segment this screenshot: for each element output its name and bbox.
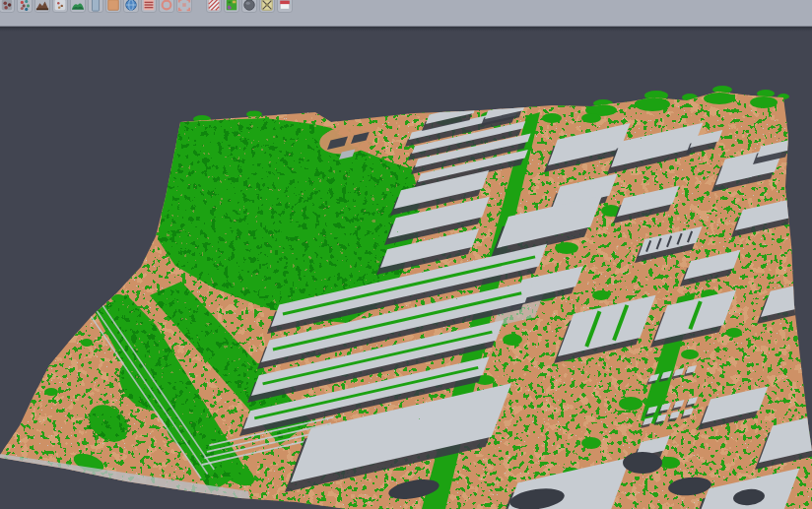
vegetation-model-button[interactable] <box>70 0 86 13</box>
viewport-top-shade <box>0 27 812 32</box>
point-cloud-icon <box>0 0 14 12</box>
texture-grid-button[interactable] <box>259 0 275 13</box>
application-window <box>0 0 812 509</box>
crop-region-icon <box>177 0 191 12</box>
hatch-delete-button[interactable] <box>206 0 222 13</box>
classification-map-button[interactable] <box>224 0 239 13</box>
sphere-view-button[interactable] <box>241 0 257 13</box>
ring-select-button[interactable] <box>159 0 174 13</box>
point-cloud-button[interactable] <box>0 0 15 13</box>
striped-layers-button[interactable] <box>141 0 157 13</box>
snapshot-tag-button[interactable] <box>277 0 293 13</box>
viewport-3d[interactable] <box>0 27 812 509</box>
snapshot-tag-icon <box>278 0 292 12</box>
classified-points-icon <box>18 0 32 12</box>
hatch-delete-icon <box>207 0 221 12</box>
main-toolbar <box>0 0 812 27</box>
vegetation-model-icon <box>71 0 85 12</box>
globe-button[interactable] <box>123 0 139 13</box>
terrain-model-icon <box>35 0 49 12</box>
texture-grid-icon <box>260 0 274 12</box>
scene-render <box>0 27 812 509</box>
ring-select-icon <box>160 0 173 12</box>
classified-points-button[interactable] <box>17 0 33 13</box>
sparse-points-icon <box>53 0 67 12</box>
orthomosaic-icon <box>106 0 120 12</box>
striped-layers-icon <box>142 0 156 12</box>
sphere-view-icon <box>242 0 256 12</box>
terrain-model-button[interactable] <box>34 0 50 13</box>
globe-icon <box>124 0 138 12</box>
mesh-panel-icon <box>89 0 102 12</box>
sparse-points-button[interactable] <box>52 0 68 13</box>
crop-region-button[interactable] <box>176 0 192 13</box>
orthomosaic-button[interactable] <box>105 0 121 13</box>
classification-map-icon <box>225 0 238 12</box>
mesh-panel-button[interactable] <box>88 0 103 13</box>
